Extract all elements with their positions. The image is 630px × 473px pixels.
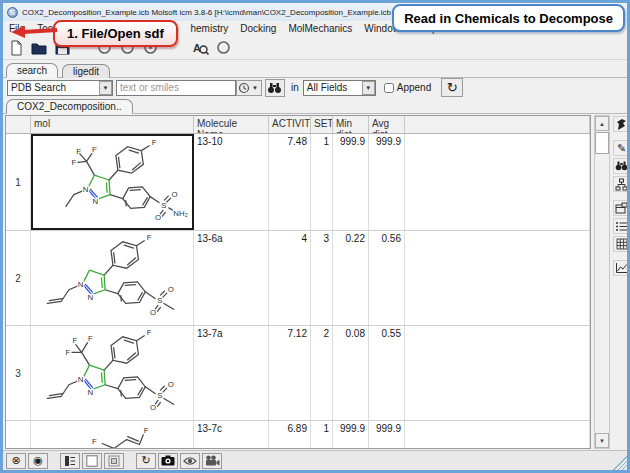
- spin-button[interactable]: ↻: [136, 453, 156, 469]
- avg-dist-cell[interactable]: 0.55: [369, 326, 405, 420]
- molecule-name-cell[interactable]: 13-6a: [194, 231, 269, 325]
- search-mode-select[interactable]: PDB Search ▼: [7, 80, 113, 96]
- movie-button[interactable]: [202, 453, 222, 469]
- table-row[interactable]: F F 13-7c 6.89 1 999.9 999.9: [6, 421, 590, 449]
- new-file-button[interactable]: [6, 38, 26, 57]
- table-header-row: mol Molecule Name ACTIVITY SET Min dist …: [6, 116, 590, 134]
- molecule-structure-cell-selected[interactable]: F F F F N N S O O NH₂: [31, 134, 194, 230]
- search-go-button[interactable]: [265, 79, 285, 97]
- blank-canvas-button[interactable]: [82, 453, 102, 469]
- activity-cell[interactable]: 6.89: [269, 421, 311, 449]
- document-tabs: COX2_Decomposition..: [3, 97, 627, 114]
- circle-icon: [216, 40, 231, 55]
- set-cell[interactable]: 2: [311, 326, 333, 420]
- list-view-button[interactable]: [613, 218, 630, 234]
- row-number[interactable]: 1: [6, 134, 31, 230]
- activity-cell[interactable]: 4: [269, 231, 311, 325]
- select-cursor-button[interactable]: [613, 116, 630, 132]
- molecule-name-cell[interactable]: 13-10: [194, 134, 269, 230]
- min-dist-cell[interactable]: 999.9: [333, 134, 369, 230]
- header-name[interactable]: Molecule Name: [194, 116, 269, 133]
- header-min-dist[interactable]: Min dist: [333, 116, 369, 133]
- molecule-structure-cell[interactable]: F F F F N N S O O: [31, 326, 194, 420]
- layers-panel-button[interactable]: [60, 453, 80, 469]
- search-input[interactable]: [116, 80, 236, 96]
- append-option: Append: [384, 82, 431, 93]
- atom-label-O: O: [155, 213, 161, 222]
- molecule-structure-13-6a: F N N S O O: [31, 231, 192, 324]
- set-cell[interactable]: 1: [311, 134, 333, 230]
- tab-ligedit[interactable]: ligedit: [62, 64, 110, 78]
- empty-square-icon: [86, 455, 98, 467]
- scroll-down-button[interactable]: ▼: [595, 433, 609, 448]
- font-zoom-button[interactable]: A: [190, 38, 210, 57]
- menu-chemistry[interactable]: hemistry: [184, 23, 234, 34]
- small-window-button[interactable]: [104, 453, 124, 469]
- scrollbar-thumb[interactable]: [595, 132, 609, 154]
- list-icon: [615, 221, 628, 232]
- scroll-up-button[interactable]: ▲: [595, 116, 609, 131]
- set-cell[interactable]: 1: [311, 421, 333, 449]
- hierarchy-icon: [615, 178, 628, 191]
- chevron-down-icon[interactable]: ▼: [99, 81, 112, 95]
- molecule-structure-cell[interactable]: F F: [31, 421, 194, 449]
- set-cell[interactable]: 3: [311, 231, 333, 325]
- cursor-arrow-icon: [616, 118, 628, 131]
- atom-label-F: F: [88, 334, 93, 343]
- header-activity[interactable]: ACTIVITY: [269, 116, 311, 133]
- avg-dist-cell[interactable]: 0.56: [369, 231, 405, 325]
- history-dropdown[interactable]: ▼: [236, 80, 262, 96]
- header-set[interactable]: SET: [311, 116, 333, 133]
- header-avg-dist[interactable]: Avg dist: [369, 116, 405, 133]
- row-number[interactable]: 2: [6, 231, 31, 325]
- chevron-down-icon[interactable]: ▼: [362, 81, 375, 95]
- main-area: mol Molecule Name ACTIVITY SET Min dist …: [3, 114, 627, 450]
- new-document-icon: [9, 40, 24, 56]
- eye-icon: [183, 456, 197, 466]
- append-checkbox[interactable]: [384, 83, 394, 93]
- row-number[interactable]: 3: [6, 326, 31, 420]
- layers-panel-icon: [64, 455, 76, 467]
- tab-search[interactable]: search: [6, 63, 58, 78]
- fields-select[interactable]: All Fields ▼: [303, 80, 376, 96]
- record-button[interactable]: ◉: [28, 453, 48, 469]
- find-button[interactable]: [613, 158, 630, 174]
- table-view-button[interactable]: [613, 200, 630, 216]
- view-button-4[interactable]: [213, 38, 233, 57]
- activity-cell[interactable]: 7.12: [269, 326, 311, 420]
- min-dist-cell[interactable]: 0.22: [333, 231, 369, 325]
- atom-label-S: S: [157, 391, 162, 400]
- tab-cox2-document[interactable]: COX2_Decomposition..: [6, 99, 133, 114]
- menu-docking[interactable]: Docking: [234, 23, 282, 34]
- plot-button[interactable]: [613, 260, 630, 276]
- activity-cell[interactable]: 7.48: [269, 134, 311, 230]
- molecule-structure-cell[interactable]: F N N S O O: [31, 231, 194, 325]
- filler-cell: [405, 134, 590, 230]
- atom-label-F: F: [152, 138, 157, 147]
- resize-grip[interactable]: [613, 456, 627, 470]
- min-dist-cell[interactable]: 999.9: [333, 421, 369, 449]
- pencil-icon: ✎: [617, 142, 626, 155]
- molecule-name-cell[interactable]: 13-7a: [194, 326, 269, 420]
- header-rownum[interactable]: [6, 116, 31, 133]
- table-row[interactable]: 1: [6, 134, 590, 231]
- refresh-button[interactable]: ↻: [441, 78, 463, 97]
- avg-dist-cell[interactable]: 999.9: [369, 421, 405, 449]
- row-number[interactable]: [6, 421, 31, 449]
- grid-view-button[interactable]: [613, 236, 630, 252]
- min-dist-cell[interactable]: 0.08: [333, 326, 369, 420]
- avg-dist-cell[interactable]: 999.9: [369, 134, 405, 230]
- molecule-name-cell[interactable]: 13-7c: [194, 421, 269, 449]
- cluster-tree-button[interactable]: [613, 176, 630, 192]
- screenshot-button[interactable]: [158, 453, 178, 469]
- vertical-scrollbar[interactable]: ▲ ▼: [594, 115, 610, 449]
- preview-button[interactable]: [180, 453, 200, 469]
- menu-molmechanics[interactable]: MolMechanics: [282, 23, 358, 34]
- table-row[interactable]: 2: [6, 231, 590, 326]
- terminate-button[interactable]: ⊗: [6, 453, 26, 469]
- edit-button[interactable]: ✎: [613, 140, 630, 156]
- open-file-button[interactable]: [29, 38, 49, 57]
- header-mol[interactable]: mol: [31, 116, 194, 133]
- table-row[interactable]: 3: [6, 326, 590, 421]
- header-filler: [405, 116, 590, 133]
